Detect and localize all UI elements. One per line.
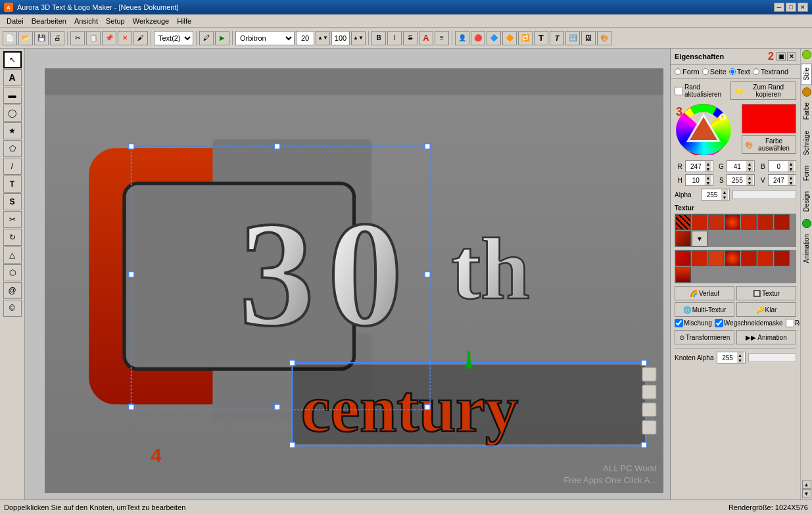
side-tab-icon-2[interactable] <box>802 87 811 97</box>
wegschneidemaske-check[interactable]: Wegschneidemaske <box>715 319 783 327</box>
r-down[interactable]: ▼ <box>705 166 711 172</box>
paste-button[interactable]: 📌 <box>102 31 116 45</box>
g-spinbox[interactable]: 41 ▲▼ <box>727 160 755 172</box>
rotate-tool[interactable]: ↻ <box>3 229 22 246</box>
verlauf-button[interactable]: 🌈 Verlauf <box>675 286 734 300</box>
close-button[interactable]: ✕ <box>798 3 808 12</box>
v-up[interactable]: ▲ <box>788 175 794 180</box>
menu-ansicht[interactable]: Ansicht <box>70 16 102 26</box>
text-tool[interactable]: A <box>3 69 22 86</box>
b-up[interactable]: ▲ <box>788 161 794 166</box>
h-spinbox[interactable]: 10 ▲▼ <box>685 174 713 186</box>
rect-tool[interactable]: ▬ <box>3 87 22 104</box>
v-down[interactable]: ▼ <box>788 180 794 185</box>
star-tool[interactable]: ★ <box>3 122 22 139</box>
panel-close-button[interactable]: ✕ <box>787 52 796 61</box>
polygon-tool[interactable]: ⬠ <box>3 140 22 157</box>
texture-thumb-6[interactable] <box>757 214 773 230</box>
tool-3[interactable]: 🔷 <box>487 31 501 45</box>
font-size-input[interactable] <box>296 31 314 45</box>
v-spinbox[interactable]: 247 ▲▼ <box>768 174 796 186</box>
copyright-tool[interactable]: © <box>3 300 22 317</box>
texture-grid[interactable]: ▼ <box>675 214 796 247</box>
paint2-button[interactable]: 🖍 <box>199 31 214 45</box>
r-spinbox[interactable]: 247 ▲▼ <box>685 160 713 172</box>
menu-werkzeuge[interactable]: Werkzeuge <box>129 16 173 26</box>
side-tab-form[interactable]: Form <box>801 161 812 185</box>
knoten-alpha-spinbox[interactable]: 255 ▲▼ <box>717 352 746 363</box>
tool-10[interactable]: 🎨 <box>597 31 611 45</box>
texture-thumb-7[interactable] <box>774 214 790 230</box>
tool-7[interactable]: T <box>550 31 564 45</box>
font-size-spin[interactable]: ▲▼ <box>316 31 330 45</box>
select-tool[interactable]: ↖ <box>3 51 22 68</box>
knoten-up[interactable]: ▲ <box>737 352 744 358</box>
side-scroll-down[interactable]: ▼ <box>802 489 811 498</box>
r-up[interactable]: ▲ <box>705 161 711 166</box>
animation-button[interactable]: ▶▶ Animation <box>736 330 796 344</box>
tab-seite[interactable]: Seite <box>702 68 727 76</box>
play-button[interactable]: ▶ <box>215 31 229 45</box>
alpha-down[interactable]: ▼ <box>721 195 728 200</box>
side-tab-design[interactable]: Design <box>801 187 812 216</box>
rand-checkbox[interactable]: Rand aktualisieren <box>675 83 728 98</box>
s-down[interactable]: ▼ <box>746 180 753 185</box>
menu-hilfe[interactable]: Hilfe <box>173 16 195 26</box>
texture-more-button[interactable]: ▼ <box>692 231 707 246</box>
tool-8[interactable]: 🔣 <box>565 31 580 45</box>
tool-4[interactable]: 🔶 <box>502 31 517 45</box>
ellipse-tool[interactable]: ◯ <box>3 105 22 122</box>
t-tool[interactable]: T <box>3 175 22 193</box>
texture-thumb-9[interactable] <box>675 250 691 266</box>
tab-textrand[interactable]: Textrand <box>753 68 788 76</box>
texture-thumb-16[interactable] <box>675 267 691 283</box>
font-zoom-spin[interactable]: ▲▼ <box>351 31 366 45</box>
tab-text[interactable]: Text <box>729 68 750 76</box>
cut-button[interactable]: ✂ <box>70 31 85 45</box>
texture-thumb-14[interactable] <box>757 250 773 266</box>
panel-restore-button[interactable]: ▣ <box>776 52 786 61</box>
h-down[interactable]: ▼ <box>705 180 711 185</box>
spiral-tool[interactable]: @ <box>3 282 22 299</box>
color-swatch[interactable] <box>742 104 796 133</box>
font-select[interactable]: Orbitron <box>235 31 295 45</box>
side-tab-icon-3[interactable] <box>802 219 811 228</box>
g-down[interactable]: ▼ <box>746 166 753 172</box>
save-button[interactable]: 💾 <box>34 31 49 45</box>
knoten-down[interactable]: ▼ <box>737 358 744 363</box>
klar-button[interactable]: 🔑 Klar <box>736 302 796 317</box>
side-tab-farbe[interactable]: Farbe <box>801 98 812 124</box>
maximize-button[interactable]: □ <box>786 3 796 12</box>
tool-2[interactable]: 🔴 <box>471 31 485 45</box>
color-wheel-container[interactable]: 3 <box>675 104 739 156</box>
tab-form[interactable]: Form <box>675 68 700 76</box>
texture-thumb-10[interactable] <box>692 250 707 266</box>
delete-button[interactable]: ✕ <box>118 31 132 45</box>
menu-setup[interactable]: Setup <box>102 16 129 26</box>
texture-grid-2[interactable] <box>675 250 796 283</box>
texture-thumb-1[interactable] <box>675 214 691 230</box>
minimize-button[interactable]: ─ <box>774 3 784 12</box>
knoten-alpha-slider[interactable] <box>748 353 797 362</box>
line-tool[interactable]: / <box>3 158 22 175</box>
reflexion-check[interactable]: Reflexion <box>786 319 800 327</box>
paint-button[interactable]: 🖌 <box>133 31 148 45</box>
h-up[interactable]: ▲ <box>705 175 711 180</box>
side-tab-schraege[interactable]: Schräge <box>801 126 812 160</box>
b-spinbox[interactable]: 0 ▲▼ <box>768 160 796 172</box>
canvas-area[interactable]: 3 0 th century <box>25 49 670 500</box>
bold-button[interactable]: B <box>371 31 386 45</box>
g-up[interactable]: ▲ <box>746 161 753 166</box>
texture-thumb-15[interactable] <box>774 250 790 266</box>
zum-rand-button[interactable]: 🌟 Zum Rand kopieren <box>730 82 796 100</box>
transformieren-button[interactable]: ⊙ Transformieren <box>675 330 734 344</box>
side-tab-icon-1[interactable] <box>802 50 811 59</box>
font-color-button[interactable]: A <box>419 31 433 45</box>
texture-thumb-4[interactable] <box>725 214 740 230</box>
farbe-auswaehlen-button[interactable]: 🎨 Farbe auswählen <box>742 135 796 154</box>
texture-thumb-2[interactable] <box>692 214 707 230</box>
tool-9[interactable]: 🖼 <box>581 31 596 45</box>
alpha-up[interactable]: ▲ <box>721 189 728 195</box>
menu-bearbeiten[interactable]: Bearbeiten <box>28 16 70 26</box>
alpha-spinbox[interactable]: 255 ▲▼ <box>701 189 730 200</box>
